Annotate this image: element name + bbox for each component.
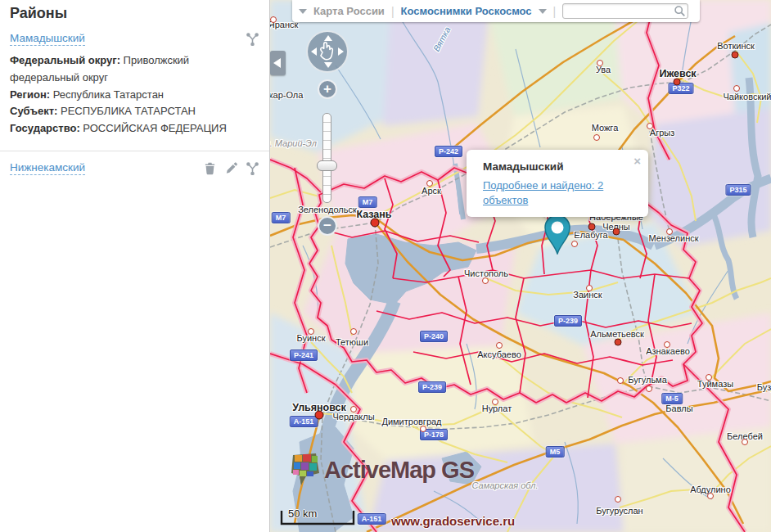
pan-right-icon[interactable] bbox=[338, 47, 344, 56]
app-window: Районы Мамадышский Федеральный округ: Пр… bbox=[0, 0, 771, 532]
district-link-nizhnekamsky[interactable]: Нижнекамский bbox=[10, 161, 85, 175]
pan-left-icon[interactable] bbox=[311, 47, 317, 56]
chevron-down-icon[interactable] bbox=[539, 9, 547, 14]
scale-bar: 50 km bbox=[280, 506, 358, 527]
property-row: Субъект: РЕСПУБЛИКА ТАТАРСТАН bbox=[10, 103, 259, 120]
district-entry: Мамадышский Федеральный округ: Приволжск… bbox=[0, 30, 269, 144]
separator: | bbox=[391, 5, 395, 18]
share-icon[interactable] bbox=[246, 161, 259, 175]
zoom-slider-track[interactable] bbox=[322, 113, 331, 203]
popup-title: Мамадышский bbox=[483, 160, 637, 173]
layer-bar: Карта России | Космоснимки Роскосмос | bbox=[292, 0, 700, 22]
property-row: Федеральный округ: Приволжский федеральн… bbox=[10, 52, 259, 87]
pan-control[interactable] bbox=[306, 30, 349, 73]
share-icon[interactable] bbox=[246, 32, 259, 46]
entry-actions bbox=[246, 32, 259, 46]
search-icon bbox=[674, 5, 686, 17]
layer-base-map[interactable]: Карта России bbox=[313, 5, 385, 17]
pan-up-icon[interactable] bbox=[324, 35, 332, 41]
separator: | bbox=[553, 5, 557, 18]
district-entry: Нижнекамский bbox=[0, 160, 269, 180]
entry-actions bbox=[203, 161, 259, 175]
sidebar-collapse-button[interactable] bbox=[270, 51, 286, 75]
chevron-down-icon[interactable] bbox=[299, 9, 307, 14]
district-properties: Федеральный округ: Приволжский федеральн… bbox=[0, 51, 269, 144]
divider bbox=[0, 151, 269, 151]
attribution-link[interactable]: www.gradoservice.ru bbox=[391, 514, 515, 528]
page-title: Районы bbox=[0, 0, 269, 30]
pan-down-icon[interactable] bbox=[324, 62, 332, 68]
sidebar: Районы Мамадышский Федеральный округ: Пр… bbox=[0, 0, 270, 532]
search-input[interactable] bbox=[563, 4, 688, 18]
scale-label: 50 km bbox=[288, 507, 317, 520]
activemap-logo-text: ActiveMap GS bbox=[324, 457, 474, 484]
zoom-slider-handle[interactable] bbox=[317, 160, 337, 171]
property-row: Регион: Республика Татарстан bbox=[10, 87, 259, 104]
zoom-out-button[interactable]: − bbox=[318, 216, 337, 236]
map-marker-pin[interactable] bbox=[543, 214, 571, 255]
hand-icon bbox=[318, 42, 337, 61]
activemap-logo-icon bbox=[288, 452, 321, 488]
edit-icon[interactable] bbox=[224, 161, 238, 175]
delete-icon[interactable] bbox=[203, 161, 217, 175]
popup-details-link[interactable]: Подробнее и найдено: 2 объектов bbox=[483, 179, 603, 206]
property-row: Государство: РОССИЙСКАЯ ФЕДЕРАЦИЯ bbox=[10, 120, 259, 138]
search-box bbox=[562, 3, 688, 19]
layer-active[interactable]: Космоснимки Роскосмос bbox=[401, 5, 532, 17]
close-icon[interactable]: × bbox=[633, 155, 641, 167]
district-link-mamadyshsky[interactable]: Мамадышский bbox=[10, 32, 85, 46]
map-popup: × Мамадышский Подробнее и найдено: 2 объ… bbox=[467, 150, 648, 217]
activemap-logo: ActiveMap GS bbox=[288, 452, 474, 488]
zoom-in-button[interactable]: + bbox=[318, 79, 337, 99]
map-canvas[interactable]: ЯранскЙошкар-ОлаРесп. Марий-ЭлЗеленодоль… bbox=[270, 0, 771, 532]
